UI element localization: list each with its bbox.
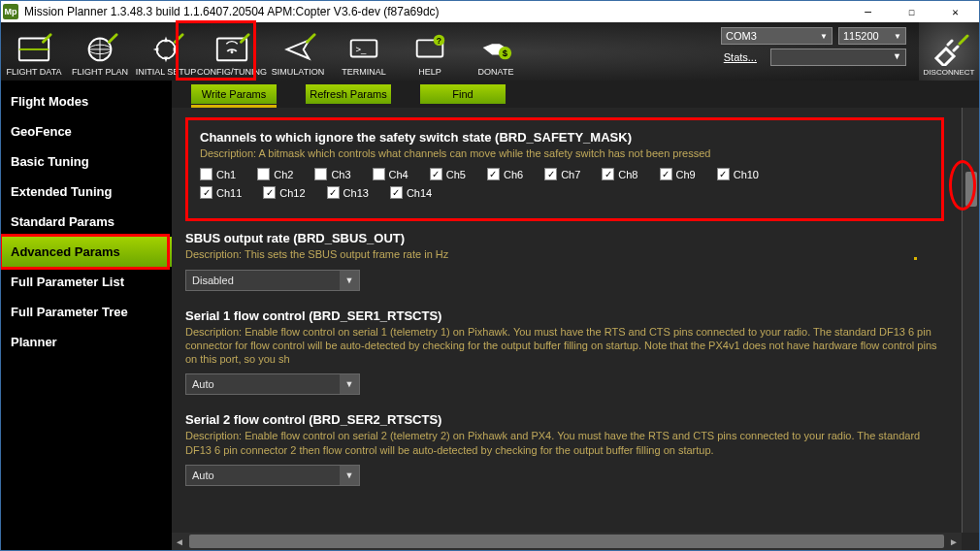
svg-line-7: [176, 35, 183, 43]
checkbox-icon: ✓: [200, 186, 212, 199]
channel-checkbox[interactable]: Ch2: [257, 168, 293, 180]
channel-checkbox[interactable]: Ch3: [314, 168, 350, 180]
channel-checkbox[interactable]: ✓Ch12: [263, 186, 305, 199]
scroll-right-button[interactable]: ►: [946, 536, 962, 547]
channel-checkbox[interactable]: ✓Ch9: [660, 168, 696, 180]
channel-checkbox[interactable]: ✓Ch6: [487, 168, 523, 180]
toolbar-search[interactable]: ▼: [770, 49, 906, 66]
svg-line-11: [308, 35, 315, 43]
plug-icon: [929, 33, 969, 68]
param-brd-ser2-rtscts: Serial 2 flow control (BRD_SER2_RTSCTS) …: [185, 412, 944, 486]
checkbox-label: Ch13: [343, 187, 369, 199]
flight-plan-tab[interactable]: FLIGHT PLAN: [67, 22, 133, 81]
disconnect-button[interactable]: DISCONNECT: [919, 22, 979, 81]
svg-text:?: ?: [437, 36, 441, 46]
refresh-params-button[interactable]: Refresh Params: [306, 84, 391, 104]
app-icon: Mp: [3, 4, 18, 19]
body: Flight Modes GeoFence Basic Tuning Exten…: [1, 81, 979, 550]
param-brd-ser1-rtscts: Serial 1 flow control (BRD_SER1_RTSCTS) …: [185, 308, 944, 396]
svg-line-19: [960, 36, 967, 44]
param-brd-sbus-out: SBUS output rate (BRD_SBUS_OUT) Descript…: [185, 231, 944, 290]
sidebar-item-full-parameter-tree[interactable]: Full Parameter Tree: [1, 297, 172, 327]
checkbox-label: Ch14: [407, 187, 432, 199]
sidebar-item-geofence[interactable]: GeoFence: [1, 116, 172, 146]
simulation-icon: [278, 30, 317, 65]
terminal-tab[interactable]: >_TERMINAL: [331, 22, 397, 81]
sidebar-item-standard-params[interactable]: Standard Params: [1, 207, 172, 237]
channel-checkbox[interactable]: ✓Ch8: [602, 168, 637, 180]
help-icon: ?: [410, 30, 449, 65]
channel-checkbox[interactable]: ✓Ch7: [544, 168, 580, 180]
maximize-button[interactable]: ☐: [890, 2, 933, 21]
annotation-dot: [914, 257, 917, 260]
action-row: Write Params Refresh Params Find: [172, 81, 979, 108]
channel-checkbox[interactable]: Ch4: [373, 168, 408, 180]
checkbox-icon: ✓: [430, 168, 442, 180]
channel-checkbox[interactable]: ✓Ch10: [717, 168, 759, 180]
checkbox-label: Ch6: [504, 169, 523, 180]
param-title: Serial 2 flow control (BRD_SER2_RTSCTS): [185, 412, 944, 427]
sidebar-item-advanced-params[interactable]: Advanced Params: [1, 237, 172, 267]
donate-icon: $: [476, 30, 515, 65]
help-tab[interactable]: ?HELP: [397, 22, 463, 81]
sidebar-item-planner[interactable]: Planner: [1, 327, 172, 357]
svg-point-6: [157, 40, 176, 58]
scroll-left-button[interactable]: ◄: [172, 536, 187, 547]
checkbox-icon: ✓: [544, 168, 557, 180]
param-title: Serial 1 flow control (BRD_SER1_RTSCTS): [185, 308, 944, 323]
param-brd-safety-mask: Channels to which ignore the safety swit…: [185, 117, 944, 221]
param-title: Channels to which ignore the safety swit…: [200, 130, 930, 145]
channel-checkbox[interactable]: Ch1: [200, 168, 236, 180]
sidebar-item-full-parameter-list[interactable]: Full Parameter List: [1, 267, 172, 297]
chevron-down-icon: ▼: [340, 271, 359, 290]
scrollbar-track[interactable]: [189, 535, 944, 548]
donate-tab[interactable]: $DONATE: [463, 22, 529, 81]
param-description: Description: This sets the SBUS output f…: [185, 247, 944, 261]
svg-text:$: $: [503, 49, 508, 59]
param-value-select[interactable]: Auto▼: [185, 465, 360, 486]
flight-data-tab[interactable]: FLIGHT DATA: [1, 22, 67, 81]
channel-checkbox[interactable]: ✓Ch14: [390, 186, 432, 199]
initial-setup-tab[interactable]: INITIAL SETUP: [133, 22, 199, 81]
channel-checkbox[interactable]: ✓Ch5: [430, 168, 466, 180]
flight-data-icon: [15, 30, 53, 65]
stats-link[interactable]: Stats...: [724, 51, 757, 63]
port-select[interactable]: COM3▼: [721, 27, 833, 45]
find-button[interactable]: Find: [420, 84, 506, 104]
connection-panel: COM3▼ 115200▼ Stats... ▼: [721, 27, 906, 66]
checkbox-icon: [257, 168, 270, 180]
write-params-button[interactable]: Write Params: [191, 84, 277, 104]
checkbox-icon: ✓: [263, 186, 276, 199]
param-value-select[interactable]: Disabled▼: [185, 270, 360, 291]
channel-checkbox[interactable]: ✓Ch13: [327, 186, 369, 199]
checkbox-label: Ch1: [216, 169, 236, 180]
simulation-tab[interactable]: SIMULATION: [265, 22, 331, 81]
scrollbar-thumb[interactable]: [965, 172, 977, 207]
checkbox-icon: ✓: [602, 168, 614, 180]
sidebar-item-flight-modes[interactable]: Flight Modes: [1, 86, 172, 116]
checkbox-label: Ch11: [216, 187, 242, 199]
close-button[interactable]: ✕: [933, 2, 977, 21]
checkbox-label: Ch2: [274, 169, 293, 180]
checkbox-label: Ch12: [279, 187, 305, 199]
checkbox-label: Ch3: [331, 169, 350, 180]
svg-text:>_: >_: [355, 44, 367, 54]
sidebar-item-basic-tuning[interactable]: Basic Tuning: [1, 146, 172, 177]
checkbox-label: Ch9: [676, 169, 696, 180]
vertical-scrollbar[interactable]: [962, 108, 979, 533]
chevron-down-icon: ▼: [340, 374, 359, 394]
checkbox-icon: ✓: [327, 186, 340, 199]
window-title: Mission Planner 1.3.48.3 build 1.1.6407.…: [24, 5, 846, 18]
minimize-button[interactable]: ─: [846, 2, 890, 21]
config-tuning-tab[interactable]: CONFIG/TUNING: [199, 22, 265, 81]
horizontal-scrollbar[interactable]: ◄ ►: [172, 533, 962, 550]
baud-select[interactable]: 115200▼: [838, 27, 906, 45]
checkbox-icon: ✓: [660, 168, 672, 180]
channel-checkbox[interactable]: ✓Ch11: [200, 186, 242, 199]
app-window: Mp Mission Planner 1.3.48.3 build 1.1.64…: [0, 0, 980, 551]
checkbox-label: Ch8: [618, 169, 637, 180]
param-value-select[interactable]: Auto▼: [185, 373, 360, 395]
sidebar-item-extended-tuning[interactable]: Extended Tuning: [1, 177, 172, 207]
checkbox-icon: [314, 168, 327, 180]
param-viewport: Channels to which ignore the safety swit…: [172, 108, 979, 550]
